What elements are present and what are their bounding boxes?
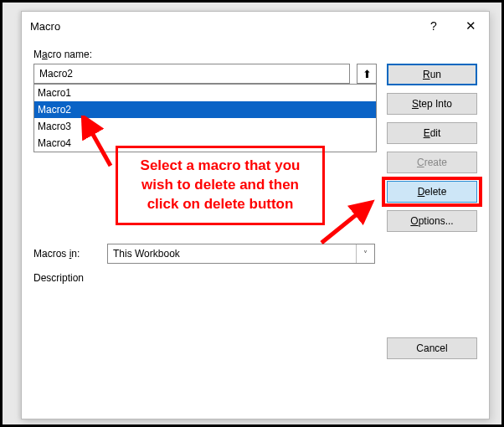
annotation-text: Select a macro that you wish to delete a… — [116, 146, 325, 225]
macro-list[interactable]: Macro1 Macro2 Macro3 Macro4 — [33, 84, 377, 152]
chevron-down-icon: ˅ — [356, 244, 374, 263]
list-item[interactable]: Macro3 — [34, 118, 376, 135]
macros-in-select[interactable]: This Workbook ˅ — [107, 244, 375, 264]
macro-dialog: Macro ? ✕ Macro name: ⬆ Macro1 Macro2 Ma… — [21, 11, 490, 419]
options-button[interactable]: Options... — [387, 210, 477, 232]
close-button[interactable]: ✕ — [452, 12, 489, 40]
edit-button[interactable]: Edit — [387, 122, 477, 144]
goto-macro-button[interactable]: ⬆ — [357, 64, 377, 84]
cancel-button[interactable]: Cancel — [387, 337, 477, 359]
macros-in-label: Macros in: — [33, 248, 97, 260]
step-into-button[interactable]: Step Into — [387, 93, 477, 115]
macro-name-input[interactable] — [33, 64, 350, 84]
macros-in-value: This Workbook — [113, 248, 180, 260]
side-buttons: Run Step Into Edit Create Delete Options… — [387, 64, 477, 232]
titlebar: Macro ? ✕ — [22, 12, 489, 40]
up-icon: ⬆ — [363, 68, 372, 80]
macro-name-label: Macro name: — [33, 49, 477, 60]
outer-frame: Macro ? ✕ Macro name: ⬆ Macro1 Macro2 Ma… — [0, 0, 504, 427]
help-button[interactable]: ? — [415, 12, 452, 40]
run-button[interactable]: Run — [387, 64, 477, 85]
list-item[interactable]: Macro1 — [34, 85, 376, 101]
list-item[interactable]: Macro2 — [34, 101, 376, 118]
delete-button[interactable]: Delete — [387, 181, 477, 203]
description-label: Description — [33, 272, 477, 284]
create-button: Create — [387, 152, 477, 173]
dialog-body: Macro name: ⬆ Macro1 Macro2 Macro3 Macro… — [22, 40, 489, 371]
dialog-title: Macro — [30, 20, 415, 33]
